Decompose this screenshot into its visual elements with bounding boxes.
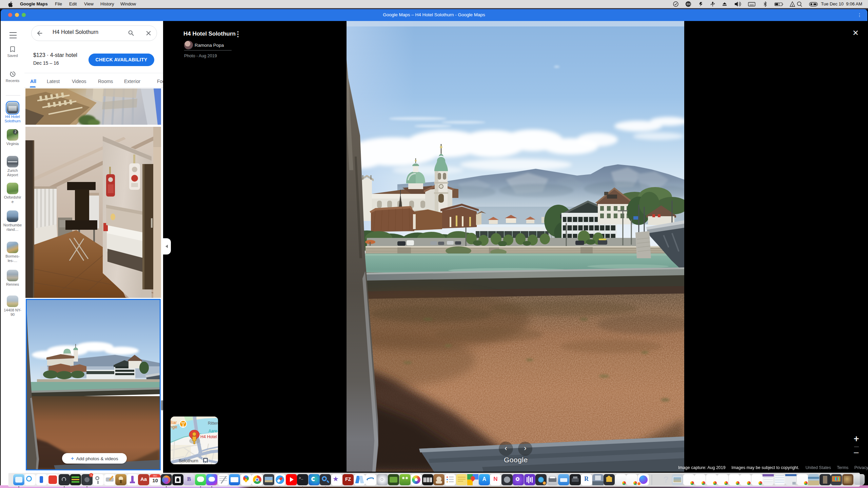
- svg-text:Ritterq: Ritterq: [208, 421, 218, 426]
- svg-text:Solothurn: Solothurn: [179, 458, 198, 463]
- svg-text:Aare: Aare: [209, 429, 217, 433]
- svg-text:H4 Hotel: H4 Hotel: [200, 434, 217, 439]
- svg-text:nge: nge: [171, 424, 177, 429]
